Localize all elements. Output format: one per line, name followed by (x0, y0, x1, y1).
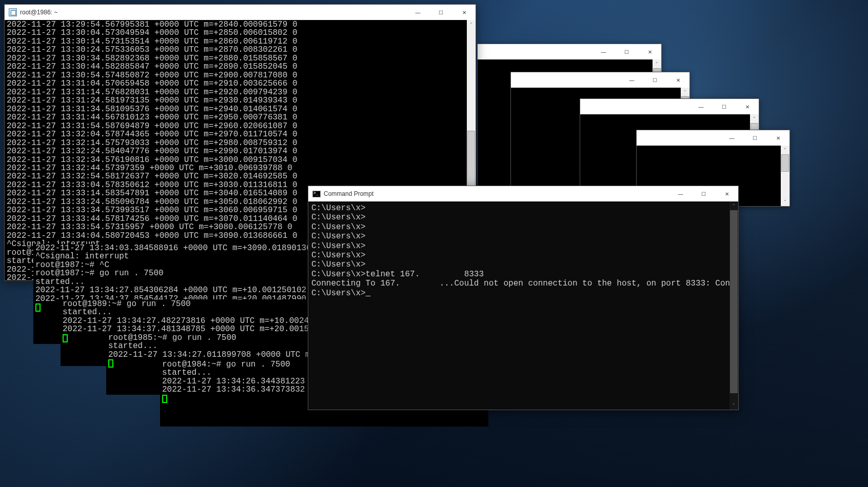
bg-terminal-2-titlebar[interactable]: — ☐ ✕ (511, 72, 689, 88)
green-cursor-icon (35, 303, 41, 312)
green-cursor-icon (63, 334, 68, 342)
window-title: Command Prompt (324, 190, 669, 197)
maximize-button[interactable]: ☐ (713, 99, 736, 114)
terminal-line: 2022-11-27 13:31:34.581095376 +0000 UTC … (7, 105, 474, 113)
terminal-line: 2022-11-27 13:32:24.584047776 +0000 UTC … (7, 147, 474, 155)
scroll-up-icon[interactable]: ˄ (467, 20, 476, 29)
putty-icon (9, 8, 17, 16)
close-button[interactable]: ✕ (666, 72, 689, 88)
minimize-button[interactable]: — (406, 5, 429, 20)
terminal-line: 2022-11-27 13:31:44.567810123 +0000 UTC … (7, 113, 474, 121)
terminal-line: 2022-11-27 13:32:04.578744365 +0000 UTC … (7, 130, 474, 138)
terminal-line: 2022-11-27 13:30:44.582885847 +0000 UTC … (7, 63, 474, 71)
maximize-button[interactable]: ☐ (429, 5, 452, 20)
cmd-titlebar[interactable]: Command Prompt — ☐ ✕ (308, 186, 738, 201)
terminal-line: C:\Users\x> (311, 232, 735, 241)
maximize-button[interactable]: ☐ (615, 44, 638, 59)
bg-terminal-1-titlebar[interactable]: — ☐ ✕ (478, 44, 661, 59)
terminal-line: 2022-11-27 13:32:34.576190816 +0000 UTC … (7, 156, 474, 164)
green-cursor-icon (162, 395, 167, 403)
terminal-line: C:\Users\x> (311, 251, 735, 260)
close-button[interactable]: ✕ (736, 99, 759, 114)
scrollbar[interactable]: ˄ ˅ (781, 146, 790, 206)
minimize-button[interactable]: — (620, 72, 643, 88)
putty-1986-titlebar[interactable]: root@1986: ~ — ☐ ✕ (5, 5, 476, 20)
minimize-button[interactable]: — (592, 44, 615, 59)
terminal-line: C:\Users\x> (311, 222, 735, 232)
scroll-up-icon[interactable]: ˄ (653, 59, 661, 68)
maximize-button[interactable]: ☐ (692, 186, 715, 201)
scroll-up-icon[interactable]: ˄ (681, 88, 689, 96)
close-button[interactable]: ✕ (452, 5, 476, 20)
cmd-window[interactable]: Command Prompt — ☐ ✕ C:\Users\x>C:\Users… (308, 186, 739, 410)
terminal-line: C:\Users\x> (311, 204, 735, 213)
cmd-icon (312, 190, 321, 198)
bg-terminal-4-titlebar[interactable]: — ☐ ✕ (637, 130, 790, 146)
terminal-line: C:\Users\x> (311, 213, 735, 222)
scroll-down-icon[interactable]: ˅ (729, 401, 738, 410)
terminal-line: 2022-11-27 13:30:54.574850872 +0000 UTC … (7, 71, 474, 79)
cmd-body[interactable]: C:\Users\x>C:\Users\x>C:\Users\x>C:\User… (308, 201, 738, 410)
maximize-button[interactable]: ☐ (643, 72, 666, 88)
scroll-up-icon[interactable]: ˄ (781, 146, 790, 154)
maximize-button[interactable]: ☐ (743, 130, 766, 146)
scroll-up-icon[interactable]: ˄ (729, 201, 738, 210)
bg-terminal-3-titlebar[interactable]: — ☐ ✕ (580, 99, 759, 114)
terminal-line: C:\Users\x>_ (311, 289, 735, 298)
close-button[interactable]: ✕ (638, 44, 661, 59)
green-cursor-icon (108, 359, 113, 368)
scroll-thumb[interactable] (781, 154, 789, 172)
terminal-line: 2022-11-27 13:30:04.573049594 +0000 UTC … (7, 29, 474, 37)
terminal-line: C:\Users\x> (311, 241, 735, 251)
scroll-up-icon[interactable]: ˄ (750, 114, 759, 123)
minimize-button[interactable]: — (720, 130, 743, 146)
terminal-line: Connecting To 167. ...Could not open con… (311, 279, 735, 288)
terminal-line: C:\Users\x>telnet 167. 8333 (311, 270, 735, 279)
window-title: root@1986: ~ (20, 9, 406, 16)
scrollbar[interactable]: ˄ ˅ (729, 201, 738, 410)
terminal-line: 2022-11-27 13:31:24.581973135 +0000 UTC … (7, 96, 474, 105)
terminal-line: 2022-11-27 13:30:34.582892368 +0000 UTC … (7, 54, 474, 63)
terminal-line: C:\Users\x> (311, 260, 735, 269)
terminal-line: 2022-11-27 13:31:54.587694879 +0000 UTC … (7, 122, 474, 130)
scroll-thumb[interactable] (730, 210, 738, 393)
terminal-line: 2022-11-27 13:32:54.581726377 +0000 UTC … (7, 172, 474, 180)
close-button[interactable]: ✕ (766, 130, 790, 146)
terminal-line: 2022-11-27 13:31:14.576828031 +0000 UTC … (7, 88, 474, 96)
terminal-line: 2022-11-27 13:31:04.570659458 +0000 UTC … (7, 79, 474, 88)
cursor-icon: _ (366, 289, 371, 298)
terminal-line: 2022-11-27 13:29:54.567995381 +0000 UTC … (7, 21, 474, 29)
terminal-line: 2022-11-27 13:32:14.575793033 +0000 UTC … (7, 139, 474, 147)
minimize-button[interactable]: — (669, 186, 692, 201)
terminal-line: 2022-11-27 13:32:44.57397359 +0000 UTC m… (7, 164, 474, 172)
close-button[interactable]: ✕ (715, 186, 738, 201)
terminal-line: 2022-11-27 13:30:14.573153514 +0000 UTC … (7, 37, 474, 46)
scroll-down-icon[interactable]: ˅ (781, 197, 790, 206)
minimize-button[interactable]: — (689, 99, 713, 114)
terminal-line: 2022-11-27 13:30:24.575336053 +0000 UTC … (7, 46, 474, 54)
